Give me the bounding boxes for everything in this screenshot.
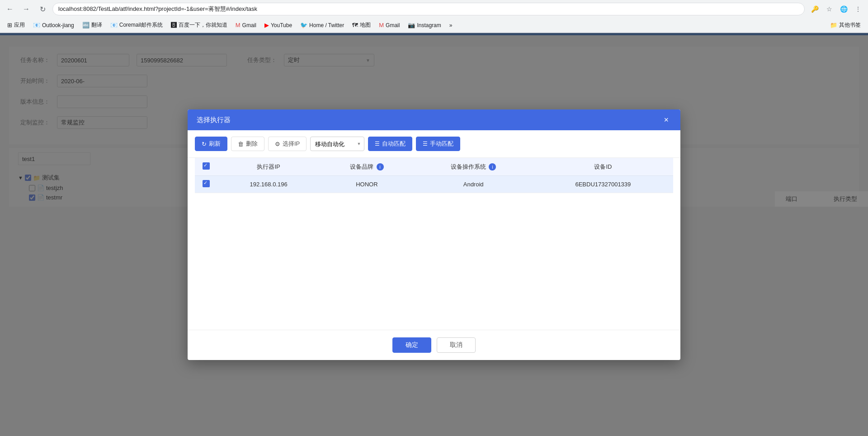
table-header: 执行器IP 设备品牌 i 设备操作系统 i 设备ID [195, 158, 673, 176]
col-brand-label: 设备品牌 [350, 163, 373, 170]
select-ip-button[interactable]: ⚙ 选择IP [268, 137, 307, 151]
profile-button[interactable]: 🌐 [837, 3, 850, 15]
bookmark-twitter[interactable]: 🐦 Home / Twitter [297, 20, 348, 30]
baidu-icon: 🅱 [171, 22, 177, 28]
auto-match-label: 自动匹配 [382, 140, 406, 148]
bookmark-youtube-label: YouTube [271, 22, 292, 28]
col-deviceid-header: 设备ID [533, 158, 673, 176]
col-checkbox-header [195, 158, 217, 176]
bookmark-gmail2-label: Gmail [386, 22, 400, 28]
modal-close-button[interactable]: × [661, 115, 671, 125]
bookmark-other-label: 其他书签 [839, 21, 861, 29]
gmail2-icon: M [379, 22, 384, 28]
brand-info-badge[interactable]: i [377, 163, 384, 171]
forward-button[interactable]: → [20, 3, 33, 15]
instagram-icon: 📷 [408, 22, 415, 28]
modal-table-wrapper: 执行器IP 设备品牌 i 设备操作系统 i 设备ID [188, 158, 680, 330]
url-display: localhost:8082/TestLab/atf/index.html?pr… [58, 5, 799, 13]
bookmark-instagram-label: Instagram [417, 22, 441, 28]
row-ip-cell: 192.168.0.196 [217, 176, 320, 193]
manual-match-button[interactable]: ☰ 手动匹配 [416, 137, 460, 151]
key-button[interactable]: 🔑 [808, 3, 821, 15]
row-brand-cell: HONOR [320, 176, 414, 193]
cancel-button[interactable]: 取消 [437, 337, 476, 353]
bookmark-translate[interactable]: 🔤 翻译 [79, 20, 106, 30]
twitter-icon: 🐦 [300, 22, 307, 28]
bookmark-coremail-label: Coremail邮件系统 [119, 21, 163, 29]
refresh-button[interactable]: ↻ 刷新 [195, 137, 227, 151]
manual-match-label: 手动匹配 [430, 140, 453, 148]
translate-icon: 🔤 [82, 22, 90, 28]
modal-toolbar: ↻ 刷新 🗑 删除 ⚙ 选择IP 移动自动化 Web自动化 接口自动化 [188, 130, 680, 158]
modal-dialog: 选择执行器 × ↻ 刷新 🗑 删除 ⚙ 选择IP [188, 109, 680, 360]
map-icon: 🗺 [352, 22, 358, 28]
bookmark-gmail1[interactable]: M Gmail [232, 20, 260, 30]
row-deviceid-value: 6EBDU17327001339 [575, 181, 631, 188]
row-os-value: Android [463, 181, 484, 188]
auto-match-button[interactable]: ☰ 自动匹配 [368, 137, 412, 151]
bookmark-outlook-label: Outlook-jiang [42, 22, 74, 28]
table-row[interactable]: 192.168.0.196 HONOR Android 6EBDU1732700… [195, 176, 673, 193]
bookmark-other[interactable]: 📁 其他书签 [826, 20, 864, 30]
reload-button[interactable]: ↻ [36, 3, 49, 15]
row-deviceid-cell: 6EBDU17327001339 [533, 176, 673, 193]
os-info-badge[interactable]: i [489, 163, 496, 171]
header-checkbox[interactable] [203, 162, 210, 170]
delete-label: 删除 [246, 140, 258, 148]
bookmark-baidu[interactable]: 🅱 百度一下，你就知道 [167, 20, 231, 30]
back-button[interactable]: ← [4, 3, 16, 15]
address-bar[interactable]: localhost:8082/TestLab/atf/index.html?pr… [52, 3, 805, 15]
table-body: 192.168.0.196 HONOR Android 6EBDU1732700… [195, 176, 673, 193]
browser-icons: 🔑 ☆ 🌐 ⋮ [808, 3, 864, 15]
select-ip-icon: ⚙ [275, 141, 280, 147]
refresh-label: 刷新 [209, 140, 221, 148]
col-brand-header: 设备品牌 i [320, 158, 414, 176]
bookmark-coremail[interactable]: 📧 Coremail邮件系统 [107, 20, 166, 30]
confirm-button[interactable]: 确定 [392, 337, 431, 353]
col-ip-label: 执行器IP [257, 163, 280, 170]
overlay-backdrop: 选择执行器 × ↻ 刷新 🗑 删除 ⚙ 选择IP [0, 33, 868, 436]
bookmark-youtube[interactable]: ▶ YouTube [261, 20, 296, 30]
row-ip-value: 192.168.0.196 [250, 181, 288, 188]
bookmark-outlook[interactable]: 📧 Outlook-jiang [29, 20, 78, 30]
bookmark-instagram[interactable]: 📷 Instagram [404, 20, 444, 30]
bookmark-map[interactable]: 🗺 地图 [349, 20, 374, 30]
outlook-icon: 📧 [33, 22, 40, 28]
bookmark-gmail2[interactable]: M Gmail [375, 20, 403, 30]
menu-button[interactable]: ⋮ [852, 3, 864, 15]
row-checkbox[interactable] [203, 180, 210, 187]
col-ip-header: 执行器IP [217, 158, 320, 176]
bookmarks-bar: ⊞ 应用 📧 Outlook-jiang 🔤 翻译 📧 Coremail邮件系统… [0, 18, 868, 33]
col-os-header: 设备操作系统 i [414, 158, 533, 176]
bookmark-twitter-label: Home / Twitter [309, 22, 344, 28]
gmail1-icon: M [236, 22, 241, 28]
page-background: 任务名称： 20200601 1590995826682 任务类型： 定时 ▼ … [0, 33, 868, 436]
more-label: » [449, 22, 453, 28]
bookmark-more[interactable]: » [446, 21, 456, 30]
dropdown-wrapper: 移动自动化 Web自动化 接口自动化 [310, 137, 364, 151]
bookmark-translate-label: 翻译 [91, 21, 102, 29]
refresh-icon: ↻ [202, 141, 207, 147]
bookmark-baidu-label: 百度一下，你就知道 [179, 21, 227, 29]
other-icon: 📁 [830, 22, 837, 28]
select-ip-label: 选择IP [283, 140, 300, 148]
col-deviceid-label: 设备ID [594, 163, 612, 170]
row-os-cell: Android [414, 176, 533, 193]
bookmark-map-label: 地图 [360, 21, 371, 29]
delete-icon: 🗑 [238, 141, 244, 147]
coremail-icon: 📧 [110, 22, 118, 28]
star-button[interactable]: ☆ [823, 3, 835, 15]
bookmark-gmail1-label: Gmail [242, 22, 256, 28]
youtube-icon: ▶ [264, 22, 269, 28]
bookmark-apps[interactable]: ⊞ 应用 [4, 20, 28, 30]
type-dropdown[interactable]: 移动自动化 Web自动化 接口自动化 [310, 137, 364, 151]
table-header-row: 执行器IP 设备品牌 i 设备操作系统 i 设备ID [195, 158, 673, 176]
auto-match-icon: ☰ [375, 141, 380, 147]
delete-button[interactable]: 🗑 删除 [231, 137, 264, 151]
bookmark-apps-label: 应用 [14, 21, 25, 29]
modal-footer: 确定 取消 [188, 330, 680, 360]
row-brand-value: HONOR [356, 181, 377, 188]
manual-match-icon: ☰ [423, 141, 428, 147]
modal-header: 选择执行器 × [188, 109, 680, 130]
row-checkbox-cell [195, 176, 217, 193]
